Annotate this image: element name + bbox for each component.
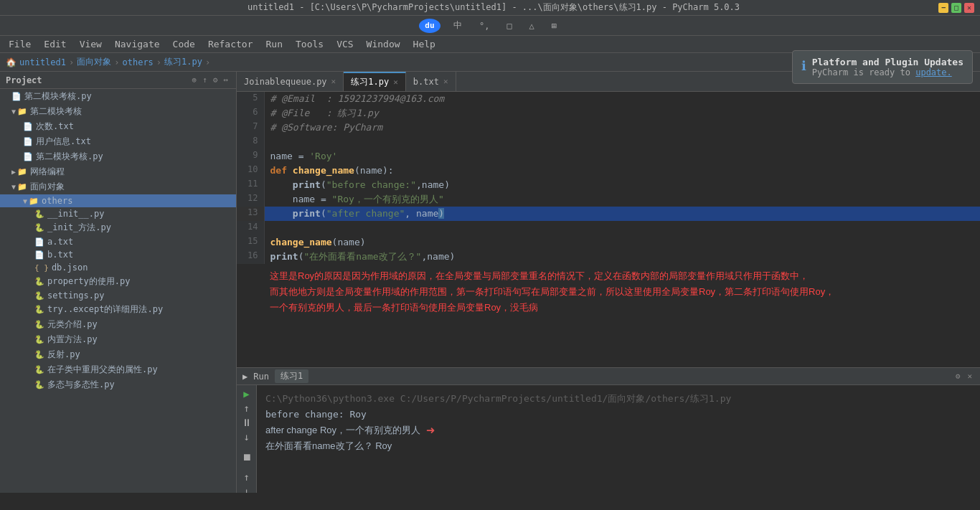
py-file-icon: 🐍: [34, 335, 44, 344]
folder-icon: 📁: [17, 182, 27, 192]
run-down-button[interactable]: ↓: [240, 431, 254, 443]
menu-code[interactable]: Code: [167, 37, 201, 51]
tree-item-try-except[interactable]: 🐍 try..except的详细用法.py: [0, 302, 236, 317]
line-number: 7: [237, 121, 264, 135]
tree-label: others: [42, 196, 72, 206]
breadcrumb-project[interactable]: 🏠: [6, 57, 17, 67]
code-line: def change_name(name):: [264, 164, 980, 178]
tab-close-icon[interactable]: ✕: [443, 77, 448, 86]
run-stop-button[interactable]: ⏹: [240, 451, 254, 463]
line-number: 8: [237, 135, 264, 149]
tree-item-oop[interactable]: ▼ 📁 面向对象: [0, 179, 236, 194]
tree-item-others[interactable]: ▼ 📁 others: [0, 194, 236, 207]
tree-label: 内置方法.py: [47, 334, 98, 346]
tree-item-exam2py2[interactable]: 📄 第二模块考核.py: [0, 149, 236, 164]
breadcrumb-face-object[interactable]: 面向对象: [77, 56, 111, 68]
breadcrumb-others[interactable]: others: [123, 57, 154, 67]
tree-item-init-method[interactable]: 🐍 _init_方法.py: [0, 220, 236, 235]
tab-exercise1[interactable]: 练习1.py ✕: [344, 72, 406, 92]
run-close-button[interactable]: ✕: [965, 371, 974, 382]
tree-item-btxt[interactable]: 📄 b.txt: [0, 248, 236, 261]
sidebar-scroll-button[interactable]: ↑: [200, 75, 209, 85]
py-file-icon: 🐍: [34, 320, 44, 329]
tab-joinablequeue[interactable]: Joinablequeue.py ✕: [237, 72, 344, 92]
baidu-btn-5[interactable]: ⊞: [547, 19, 561, 32]
run-up-button[interactable]: ↑: [240, 402, 254, 414]
red-arrow-icon: ➜: [426, 422, 435, 438]
menu-window[interactable]: Window: [361, 37, 406, 51]
tree-item-network[interactable]: ▶ 📁 网络编程: [0, 164, 236, 179]
baidu-btn-3[interactable]: □: [502, 19, 516, 32]
run-play-button[interactable]: ▶: [240, 388, 254, 400]
menu-tools[interactable]: Tools: [290, 37, 329, 51]
folder-arrow-icon: ▼: [11, 108, 16, 115]
tree-label: 用户信息.txt: [36, 136, 91, 148]
baidu-btn-2[interactable]: °,: [475, 19, 494, 32]
run-settings-button[interactable]: ⚙: [953, 371, 963, 382]
tree-item-reuse-parent[interactable]: 🐍 在子类中重用父类的属性.py: [0, 362, 236, 377]
sidebar-add-button[interactable]: ⊕: [190, 75, 199, 85]
menu-refactor[interactable]: Refactor: [202, 37, 259, 51]
baidu-btn-4[interactable]: △: [525, 19, 539, 32]
tree-item-init[interactable]: 🐍 __init__.py: [0, 207, 236, 220]
notification-text: Platform and Plugin Updates PyCharm is r…: [812, 57, 963, 77]
run-scroll-down-button[interactable]: ↓: [240, 486, 254, 493]
txt-file-icon: 📄: [34, 250, 44, 260]
code-line: print("after change", name): [264, 207, 980, 221]
menu-help[interactable]: Help: [407, 37, 441, 51]
py-file-icon: 🐍: [34, 350, 44, 359]
line-number: 16: [237, 250, 264, 264]
tab-close-icon[interactable]: ✕: [393, 77, 398, 87]
tree-label: _init_方法.py: [47, 222, 111, 234]
tree-item-dbjson[interactable]: { } db.json: [0, 261, 236, 274]
menu-file[interactable]: File: [3, 37, 37, 51]
line-number: 9: [237, 149, 264, 164]
menu-vcs[interactable]: VCS: [331, 37, 359, 51]
window-controls: − □ ✕: [938, 3, 974, 13]
tree-item-metaclass[interactable]: 🐍 元类介绍.py: [0, 317, 236, 332]
code-row-5: 5 # @Email : 15921237994@163.com: [237, 92, 980, 106]
run-tab-label[interactable]: 练习1: [275, 369, 308, 383]
code-row-10: 10 def change_name(name):: [237, 164, 980, 178]
run-scroll-up-button[interactable]: ↑: [240, 471, 254, 483]
run-output-line-3: 在外面看看name改了么？ Roy: [265, 438, 971, 454]
tree-item-property[interactable]: 🐍 property的使用.py: [0, 274, 236, 289]
run-pause-button[interactable]: ⏸: [240, 417, 254, 428]
sidebar-expand-button[interactable]: ↔: [221, 75, 230, 85]
tree-item-atxt[interactable]: 📄 a.txt: [0, 235, 236, 248]
menu-navigate[interactable]: Navigate: [109, 37, 166, 51]
menu-run[interactable]: Run: [260, 37, 288, 51]
code-editor[interactable]: 5 # @Email : 15921237994@163.com 6 # @Fi…: [237, 92, 980, 367]
tree-item-exam2folder[interactable]: ▼ 📁 第二模块考核: [0, 104, 236, 119]
tree-item-polymorphism[interactable]: 🐍 多态与多态性.py: [0, 377, 236, 392]
tree-item-userinfo[interactable]: 📄 用户信息.txt: [0, 134, 236, 149]
tree-item-counts[interactable]: 📄 次数.txt: [0, 119, 236, 134]
code-row-15: 15 change_name(name): [237, 235, 980, 250]
run-output-line-2: after change Roy，一个有别克的男人 ➜: [265, 422, 971, 438]
tab-btxt[interactable]: b.txt ✕: [406, 72, 456, 92]
update-link[interactable]: update.: [915, 67, 952, 77]
maximize-button[interactable]: □: [951, 3, 961, 13]
sidebar-gear-button[interactable]: ⚙: [211, 75, 220, 85]
breadcrumb-untitled1[interactable]: untitled1: [19, 57, 66, 67]
tree-label: 第二模块考核: [30, 105, 82, 118]
tree-item-reflection[interactable]: 🐍 反射.py: [0, 347, 236, 362]
menu-view[interactable]: View: [74, 37, 108, 51]
minimize-button[interactable]: −: [938, 3, 948, 13]
txt-file-icon: 📄: [23, 137, 33, 146]
run-side-toolbar: ▶ ↑ ⏸ ↓ ⏹ ↑ ↓: [237, 385, 257, 493]
code-line: change_name(name): [264, 235, 980, 250]
breadcrumb-file[interactable]: 练习1.py: [164, 56, 202, 68]
tree-item-exam2py[interactable]: 📄 第二模块考核.py: [0, 89, 236, 104]
menu-edit[interactable]: Edit: [38, 37, 72, 51]
code-row-6: 6 # @File : 练习1.py: [237, 106, 980, 121]
tab-close-icon[interactable]: ✕: [331, 77, 336, 86]
close-button[interactable]: ✕: [964, 3, 974, 13]
baidu-btn-1[interactable]: 中: [449, 18, 466, 33]
tree-item-builtin[interactable]: 🐍 内置方法.py: [0, 332, 236, 347]
notification-icon: ℹ: [801, 58, 806, 73]
tree-item-settings[interactable]: 🐍 settings.py: [0, 289, 236, 302]
code-row-7: 7 # @Software: PyCharm: [237, 121, 980, 135]
run-icon: ▶: [242, 372, 248, 382]
line-number: 5: [237, 92, 264, 106]
